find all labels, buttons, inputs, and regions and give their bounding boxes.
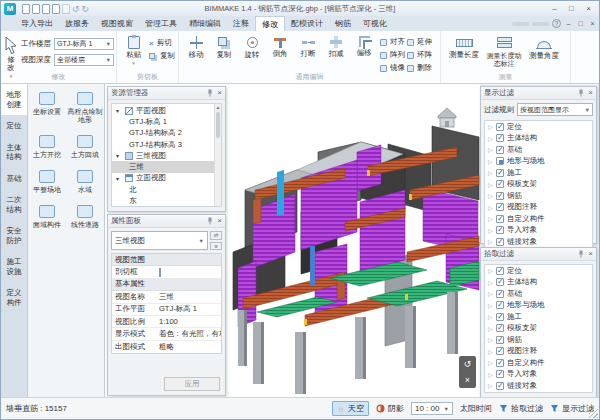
- doc-close-button[interactable]: ×: [588, 20, 597, 27]
- close-icon[interactable]: ×: [588, 250, 593, 258]
- linear-road-tool[interactable]: 线性道路: [66, 205, 104, 229]
- chamfer-button[interactable]: 倒角: [266, 33, 294, 58]
- tab-manage-tools[interactable]: 管理工具: [139, 16, 183, 31]
- copy-button[interactable]: 复制: [149, 51, 175, 61]
- doc-restore-button[interactable]: □: [576, 20, 585, 27]
- tree-node-east[interactable]: 东: [112, 195, 221, 206]
- cut-button[interactable]: ×剪切: [149, 38, 175, 48]
- tree-node-level1[interactable]: GTJ-标高 1: [112, 116, 221, 127]
- resize-grip[interactable]: [589, 409, 598, 418]
- work-floor-select[interactable]: GTJ-标高 1▼: [54, 38, 114, 50]
- tree-node-level2[interactable]: GTJ-结构标高 2: [112, 128, 221, 139]
- help-icon[interactable]: ?: [552, 19, 561, 28]
- minimize-button[interactable]: –: [547, 1, 562, 16]
- checkbox[interactable]: [496, 347, 504, 355]
- align-button[interactable]: 对齐: [380, 37, 405, 47]
- expand-icon[interactable]: ▾: [116, 152, 122, 159]
- print-icon[interactable]: [62, 4, 70, 14]
- filter-item[interactable]: ▷模板支架: [485, 179, 592, 191]
- tree-node-plan-views[interactable]: ▾平面视图: [112, 105, 221, 116]
- sidebar-tab-terrain[interactable]: 地形创建: [1, 84, 27, 115]
- tree-node-3d-views[interactable]: ▾三维视图: [112, 150, 221, 161]
- reset-view-icon[interactable]: ↺: [464, 359, 472, 369]
- pin-icon[interactable]: [206, 89, 214, 97]
- copy-element-button[interactable]: 复制: [210, 33, 238, 59]
- expand-icon[interactable]: ▷: [488, 146, 493, 153]
- filter-item[interactable]: ▷定位: [485, 265, 592, 277]
- new-file-icon[interactable]: [22, 4, 30, 14]
- water-area-tool[interactable]: 水域: [66, 170, 104, 194]
- tab-modify[interactable]: 修改: [255, 16, 285, 31]
- type-list-button[interactable]: ≡: [210, 242, 222, 251]
- expand-icon[interactable]: ▷: [488, 336, 493, 343]
- scroll-up-icon[interactable]: ▲: [215, 104, 221, 111]
- tab-view-window[interactable]: 视图视窗: [95, 16, 139, 31]
- expand-icon[interactable]: ▷: [488, 215, 493, 222]
- expand-icon[interactable]: ▷: [488, 135, 493, 142]
- sidebar-tab-positioning[interactable]: 定位: [1, 115, 27, 137]
- expand-icon[interactable]: ▷: [488, 279, 493, 286]
- subtract-button[interactable]: 扣减: [322, 33, 350, 58]
- edit-type-button[interactable]: ⇄: [210, 231, 222, 240]
- break-button[interactable]: 打断: [294, 33, 322, 58]
- pin-icon[interactable]: [206, 217, 214, 225]
- checkbox[interactable]: [496, 370, 504, 378]
- checkbox[interactable]: [496, 238, 504, 246]
- save-icon[interactable]: [42, 4, 50, 14]
- expand-icon[interactable]: ▷: [488, 123, 493, 130]
- sidebar-tab-secondary-structure[interactable]: 二次结构: [1, 189, 27, 220]
- tab-annotate[interactable]: 注释: [227, 16, 255, 31]
- checkbox[interactable]: [496, 192, 504, 200]
- redo-icon[interactable]: ↻: [82, 4, 90, 14]
- account-link-placeholder[interactable]: [512, 22, 529, 26]
- checkbox[interactable]: [496, 146, 504, 154]
- filter-item[interactable]: ▷基础: [485, 288, 592, 300]
- filter-item[interactable]: ▷地形与场地: [485, 156, 592, 168]
- undo-icon[interactable]: ↺: [72, 4, 80, 14]
- expand-icon[interactable]: ▷: [488, 158, 493, 165]
- expand-icon[interactable]: ▷: [488, 359, 493, 366]
- tab-fine-edit[interactable]: 精细编辑: [183, 16, 227, 31]
- view-type-select[interactable]: 三维视图▼: [111, 231, 208, 250]
- close-icon[interactable]: ×: [217, 217, 222, 225]
- expand-icon[interactable]: ▷: [488, 382, 493, 389]
- doc-minimize-button[interactable]: –: [564, 20, 573, 27]
- checkbox[interactable]: [496, 301, 504, 309]
- clip-box-checkbox[interactable]: [159, 268, 161, 277]
- tree-node-3d[interactable]: 三维: [112, 161, 221, 172]
- checkbox[interactable]: [496, 278, 504, 286]
- filter-item[interactable]: ▷钢筋: [485, 334, 592, 346]
- checkbox[interactable]: [496, 359, 504, 367]
- secondary-link-placeholder[interactable]: [532, 22, 549, 26]
- shadow-toggle-button[interactable]: 阴影: [376, 403, 404, 414]
- close-toolbar-icon[interactable]: ×: [465, 375, 470, 385]
- area-component-tool[interactable]: 面域构件: [28, 205, 66, 229]
- sun-time-select[interactable]: 10 : 00▼: [411, 402, 453, 415]
- tree-node-north[interactable]: 北: [112, 184, 221, 195]
- checkbox[interactable]: [496, 226, 504, 234]
- pick-filter-toggle[interactable]: 拾取过滤: [499, 403, 543, 414]
- checkbox[interactable]: [496, 180, 504, 188]
- rotate-button[interactable]: 旋转: [238, 33, 266, 59]
- backfill-tool[interactable]: 土方回填: [66, 135, 104, 159]
- sidebar-tab-foundation[interactable]: 基础: [1, 168, 27, 190]
- checkbox[interactable]: [496, 336, 504, 344]
- tree-node-elevation-views[interactable]: ▾立面视图: [112, 173, 221, 184]
- filter-item[interactable]: ▷视图注释: [485, 202, 592, 214]
- filter-item[interactable]: ▷模板支架: [485, 323, 592, 335]
- filter-item[interactable]: ▷导入对象: [485, 369, 592, 381]
- tab-rebar[interactable]: 钢筋: [329, 16, 357, 31]
- close-button[interactable]: ×: [581, 1, 596, 16]
- checkbox[interactable]: [496, 382, 504, 390]
- measure-length-dynamic-button[interactable]: 测量长度动态标注: [484, 33, 524, 67]
- tab-family-service[interactable]: 族服务: [59, 16, 95, 31]
- checkbox[interactable]: [496, 313, 504, 321]
- filter-item[interactable]: ▷导入对象: [485, 225, 592, 237]
- apply-button[interactable]: 应用: [164, 377, 220, 391]
- save-as-icon[interactable]: [52, 4, 60, 14]
- sky-toggle-button[interactable]: ☼天空: [332, 401, 369, 416]
- expand-icon[interactable]: ▷: [488, 325, 493, 332]
- expand-icon[interactable]: ▷: [488, 313, 493, 320]
- filter-item[interactable]: ▷自定义构件: [485, 357, 592, 369]
- pin-icon[interactable]: [577, 89, 585, 97]
